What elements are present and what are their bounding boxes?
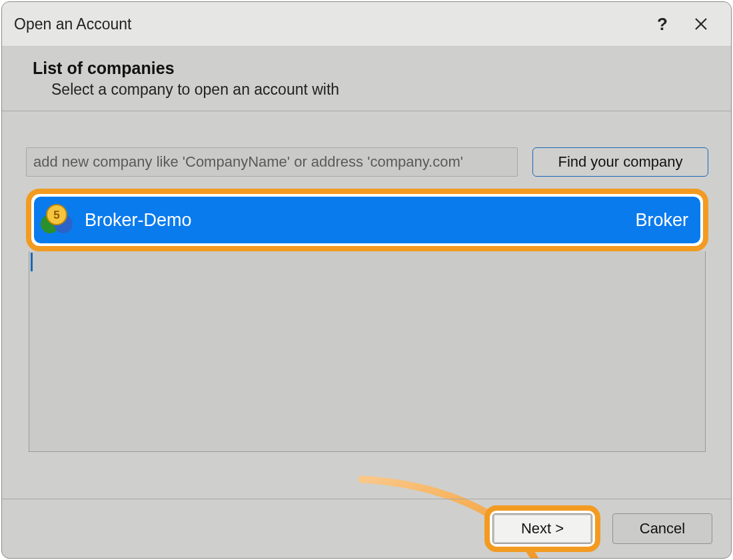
search-row: add new company like 'CompanyName' or ad… bbox=[26, 147, 708, 177]
body-area: add new company like 'CompanyName' or ad… bbox=[2, 111, 731, 499]
cancel-button[interactable]: Cancel bbox=[612, 513, 712, 544]
header-area: List of companies Select a company to op… bbox=[2, 47, 731, 111]
company-row-selected[interactable]: 5 Broker-Demo Broker bbox=[34, 197, 700, 243]
metatrader-logo-icon: 5 bbox=[38, 201, 75, 239]
header-subtitle: Select a company to open an account with bbox=[33, 81, 731, 99]
company-search-input[interactable]: add new company like 'CompanyName' or ad… bbox=[26, 147, 518, 177]
company-highlight-annotation: 5 Broker-Demo Broker bbox=[26, 189, 708, 251]
company-name: Broker-Demo bbox=[85, 210, 626, 231]
dialog-footer: Next > Cancel bbox=[2, 499, 731, 558]
next-button[interactable]: Next > bbox=[492, 513, 592, 544]
close-button[interactable] bbox=[683, 6, 719, 42]
header-title: List of companies bbox=[33, 59, 731, 78]
svg-text:5: 5 bbox=[53, 209, 59, 221]
close-icon bbox=[694, 17, 708, 31]
next-highlight-annotation: Next > bbox=[484, 505, 600, 552]
titlebar: Open an Account ? bbox=[2, 2, 731, 47]
company-list-empty-area[interactable] bbox=[29, 251, 706, 452]
help-button[interactable]: ? bbox=[644, 6, 680, 42]
open-account-dialog: Open an Account ? List of companies Sele… bbox=[1, 1, 732, 559]
company-broker-label: Broker bbox=[635, 210, 688, 231]
dialog-title: Open an Account bbox=[14, 15, 642, 33]
find-company-button[interactable]: Find your company bbox=[532, 147, 708, 177]
